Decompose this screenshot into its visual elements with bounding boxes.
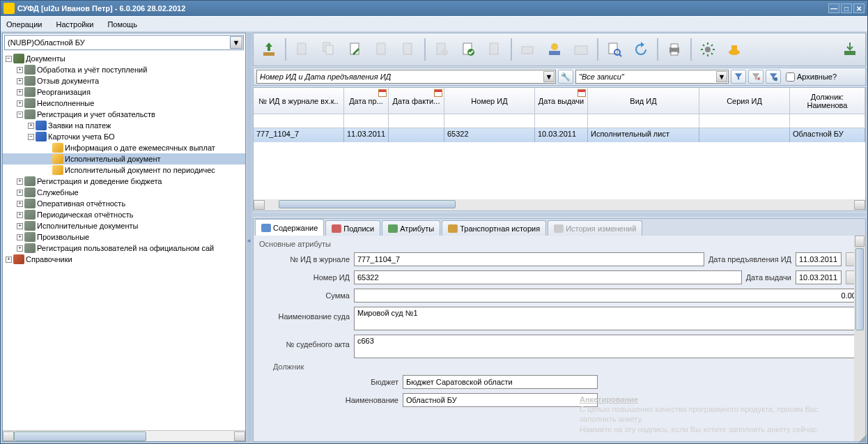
close-button[interactable]: ✕: [853, 3, 865, 13]
input-court[interactable]: [354, 307, 860, 330]
input-journal[interactable]: [354, 252, 704, 266]
tree-execdoc-periodic[interactable]: Исполнительный документ по периодичес: [3, 164, 245, 176]
archive-checkbox-wrap[interactable]: Архивные?: [786, 72, 837, 82]
horizontal-splitter[interactable]: [253, 213, 866, 217]
tree-registration[interactable]: −Регистрация и учет обязательств: [3, 109, 245, 120]
expand-icon[interactable]: +: [6, 257, 12, 263]
expand-icon[interactable]: +: [17, 245, 23, 252]
expand-icon[interactable]: +: [28, 123, 34, 129]
scroll-thumb[interactable]: [279, 200, 456, 208]
unsign-button[interactable]: [482, 37, 507, 62]
chevron-down-icon[interactable]: ▼: [716, 71, 727, 82]
filter-cell[interactable]: [699, 114, 790, 128]
tree-op-reporting[interactable]: +Оперативная отчётность: [3, 198, 245, 209]
doc-delete-button[interactable]: [369, 37, 394, 62]
export-button[interactable]: [837, 37, 862, 62]
tab-signatures[interactable]: Подписи: [325, 220, 380, 236]
tree-monthly[interactable]: Информация о дате ежемесячных выплат: [3, 142, 245, 153]
col-date-pr[interactable]: Дата пр...: [344, 88, 389, 114]
menu-operations[interactable]: Операции: [3, 19, 45, 30]
expand-icon[interactable]: +: [17, 190, 23, 196]
input-name[interactable]: [403, 393, 598, 407]
org-selector[interactable]: (NUBP)Областной БУ ▼: [4, 35, 244, 50]
refresh-button[interactable]: [628, 37, 653, 62]
col-date-issue[interactable]: Дата выдачи: [535, 88, 588, 114]
tools-button[interactable]: [722, 37, 747, 62]
tree-reorg[interactable]: +Реорганизация: [3, 86, 245, 98]
receive-button[interactable]: [542, 37, 567, 62]
maximize-button[interactable]: □: [841, 3, 852, 13]
collapse-icon[interactable]: −: [6, 56, 12, 62]
scroll-left-button[interactable]: [3, 431, 14, 441]
scroll-up-button[interactable]: [855, 236, 865, 247]
tree-unexecuted[interactable]: +Неисполненные: [3, 98, 245, 109]
calendar-icon[interactable]: [434, 89, 442, 97]
filter-cell[interactable]: [389, 114, 444, 128]
minimize-button[interactable]: ―: [828, 3, 839, 13]
expand-icon[interactable]: +: [17, 89, 23, 95]
col-journal-no[interactable]: № ИД в журнале вх.к..: [254, 88, 344, 114]
search-doc-button[interactable]: [602, 37, 627, 62]
expand-icon[interactable]: +: [17, 178, 23, 185]
tab-attributes[interactable]: Атрибуты: [382, 220, 440, 236]
grid-hscrollbar[interactable]: [254, 199, 865, 210]
archive-checkbox[interactable]: [786, 72, 795, 82]
scroll-right-button[interactable]: [234, 431, 245, 441]
input-act-no[interactable]: [354, 335, 860, 358]
scroll-left-button[interactable]: [254, 200, 265, 210]
tab-transport[interactable]: Транспортная история: [442, 220, 546, 236]
tree-period-reporting[interactable]: +Периодическая отчётность: [3, 209, 245, 220]
filter-cell[interactable]: [444, 114, 535, 128]
verify-button[interactable]: [456, 37, 481, 62]
records-dropdown[interactable]: "Все записи" ▼: [575, 70, 729, 84]
filter-cell[interactable]: [344, 114, 389, 128]
filter-apply-button[interactable]: [731, 70, 746, 84]
filter-cell[interactable]: [790, 114, 865, 128]
tree-exec-docs[interactable]: +Исполнительные документы: [3, 220, 245, 231]
tree-hscrollbar[interactable]: [3, 430, 245, 441]
mail-button[interactable]: [568, 37, 594, 62]
menu-settings[interactable]: Настройки: [53, 19, 96, 30]
tree-budget-reg[interactable]: +Регистрация и доведение бюджета: [3, 176, 245, 187]
expand-icon[interactable]: +: [17, 67, 23, 73]
tree-bocards[interactable]: −Карточки учета БО: [3, 131, 245, 142]
calendar-icon[interactable]: [378, 89, 387, 97]
settings-button[interactable]: [695, 37, 720, 62]
calendar-icon[interactable]: [578, 89, 586, 97]
col-debtor[interactable]: Должник: Наименова: [790, 88, 865, 114]
col-date-fact[interactable]: Дата факти...: [389, 88, 444, 114]
input-date-issue[interactable]: [796, 270, 842, 284]
doc-copy-button[interactable]: [316, 37, 341, 62]
filter-save-button[interactable]: [766, 70, 781, 84]
col-id-type[interactable]: Вид ИД: [588, 88, 699, 114]
scroll-right-button[interactable]: [854, 200, 865, 210]
input-sum[interactable]: [354, 289, 860, 303]
doc-action1-button[interactable]: [396, 37, 421, 62]
doc-edit-button[interactable]: [343, 37, 368, 62]
tree-processing[interactable]: +Обработка и учёт поступлений: [3, 64, 245, 75]
import-button[interactable]: [256, 37, 281, 62]
tree-execdoc[interactable]: Исполнительный документ: [3, 153, 245, 164]
filter-cell[interactable]: [588, 114, 699, 128]
sign-button[interactable]: [429, 37, 454, 62]
tab-content[interactable]: Содержание: [255, 219, 324, 236]
tree-payreq[interactable]: +Заявки на платеж: [3, 120, 245, 131]
table-row[interactable]: 777_1104_7 11.03.2011 65322 10.03.2011 И…: [254, 128, 865, 142]
expand-icon[interactable]: +: [17, 78, 23, 84]
scroll-thumb[interactable]: [855, 248, 864, 330]
filter-preset-dropdown[interactable]: Номер ИД и Дата предъявления ИД ▼: [256, 70, 556, 84]
tree-recall[interactable]: +Отзыв документа: [3, 75, 245, 86]
filter-clear-button[interactable]: [748, 70, 764, 84]
expand-icon[interactable]: +: [17, 201, 23, 207]
input-budget[interactable]: [403, 375, 598, 389]
vertical-splitter[interactable]: [247, 33, 251, 442]
chevron-down-icon[interactable]: ▼: [230, 36, 242, 49]
tree-service[interactable]: +Служебные: [3, 187, 245, 198]
expand-icon[interactable]: +: [17, 223, 23, 229]
collapse-icon[interactable]: −: [17, 112, 23, 118]
expand-icon[interactable]: +: [17, 212, 23, 218]
input-date-pres[interactable]: [796, 252, 842, 266]
col-id-no[interactable]: Номер ИД: [444, 88, 535, 114]
filter-config-button[interactable]: 🔧: [558, 70, 573, 84]
tree-reference[interactable]: +Справочники: [3, 254, 245, 265]
